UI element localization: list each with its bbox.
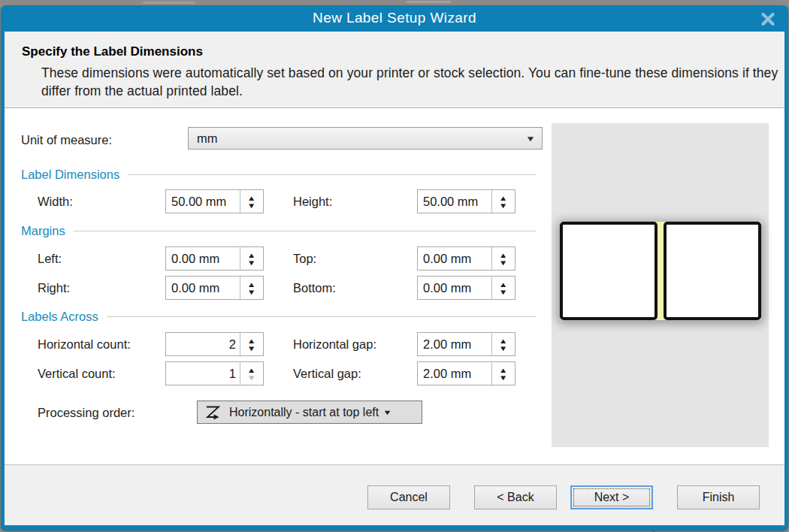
section-labels-across: Labels Across	[21, 308, 536, 325]
spin-up-icon[interactable]: ▲	[247, 282, 256, 287]
spin-down-icon[interactable]: ▼	[247, 260, 256, 265]
spin-down-icon[interactable]: ▼	[247, 289, 256, 295]
left-spinner[interactable]: 0.00 mm ▲▼	[165, 246, 264, 271]
vertical-count-spinner[interactable]: 1 ▲▼	[165, 361, 264, 385]
spin-up-icon[interactable]: ▲	[499, 252, 508, 258]
section-margins: Margins	[21, 222, 536, 239]
section-rule	[107, 316, 536, 317]
section-rule	[128, 174, 536, 175]
width-spinner[interactable]: 50.00 mm ▲▼	[165, 189, 264, 213]
bottom-spinner[interactable]: 0.00 mm ▲▼	[417, 276, 515, 300]
processing-order-label: Processing order:	[38, 404, 135, 421]
height-spinner[interactable]: 50.00 mm ▲▼	[417, 189, 515, 213]
horizontal-count-input[interactable]: 2	[166, 333, 240, 355]
spin-down-icon: ▼	[247, 375, 256, 380]
section-rule	[74, 231, 536, 231]
width-input[interactable]: 50.00 mm	[166, 190, 240, 213]
label-preview-2	[664, 222, 761, 320]
top-label: Top:	[293, 250, 316, 267]
spin-down-icon[interactable]: ▼	[247, 346, 256, 351]
horizontal-count-spinner[interactable]: 2 ▲▼	[165, 332, 264, 356]
close-button[interactable]	[758, 9, 778, 29]
footer: Cancel < Back Next > Finish	[5, 464, 784, 525]
left-input[interactable]: 0.00 mm	[166, 247, 240, 270]
section-label-dimensions: Label Dimensions	[21, 166, 536, 183]
unit-value: mm	[197, 131, 527, 146]
processing-order-dropdown[interactable]: Horizontally - start at top left ▼	[197, 401, 422, 424]
processing-order-value: Horizontally - start at top left	[229, 406, 379, 419]
label-backing	[560, 222, 761, 320]
background-app-detail	[406, 1, 451, 3]
back-button[interactable]: < Back	[474, 485, 557, 509]
step-title: Specify the Label Dimensions	[22, 44, 203, 59]
top-input[interactable]: 0.00 mm	[418, 247, 491, 270]
unit-of-measure-dropdown[interactable]: mm ▼	[188, 127, 543, 150]
spin-down-icon[interactable]: ▼	[499, 346, 508, 351]
vertical-count-label: Vertical count:	[38, 365, 116, 382]
spin-down-icon[interactable]: ▼	[499, 289, 508, 295]
top-spinner[interactable]: 0.00 mm ▲▼	[417, 246, 515, 271]
bottom-input[interactable]: 0.00 mm	[418, 277, 491, 299]
right-spinner[interactable]: 0.00 mm ▲▼	[165, 276, 264, 300]
spin-up-icon[interactable]: ▲	[499, 367, 508, 373]
right-input[interactable]: 0.00 mm	[166, 277, 240, 299]
horizontal-gap-spinner[interactable]: 2.00 mm ▲▼	[417, 332, 515, 356]
horizontal-gap-input[interactable]: 2.00 mm	[418, 333, 491, 355]
spin-down-icon[interactable]: ▼	[499, 260, 508, 265]
left-label: Left:	[38, 250, 62, 267]
spin-up-icon[interactable]: ▲	[247, 338, 256, 343]
next-button-focus: Next >	[573, 488, 650, 506]
height-label: Height:	[293, 193, 332, 210]
right-label: Right:	[38, 280, 70, 296]
bottom-label: Bottom:	[293, 280, 336, 296]
processing-order-icon	[204, 403, 222, 422]
spin-down-icon[interactable]: ▼	[499, 203, 508, 208]
unit-of-measure-label: Unit of measure:	[21, 131, 112, 148]
close-icon	[758, 9, 778, 29]
titlebar[interactable]: New Label Setup Wizard	[1, 5, 788, 32]
background-app-detail	[143, 2, 195, 4]
vertical-gap-spinner[interactable]: 2.00 mm ▲▼	[417, 361, 515, 385]
vertical-count-input[interactable]: 1	[166, 362, 240, 385]
dropdown-arrow-icon: ▼	[525, 135, 536, 143]
vertical-gap-input[interactable]: 2.00 mm	[418, 362, 491, 385]
new-label-setup-wizard-dialog: New Label Setup Wizard Specify the Label…	[1, 5, 788, 530]
spin-up-icon[interactable]: ▲	[247, 195, 256, 201]
spin-up-icon[interactable]: ▲	[247, 252, 256, 258]
dialog-title: New Label Setup Wizard	[1, 10, 788, 26]
spin-up-icon[interactable]: ▲	[499, 338, 508, 343]
spin-down-icon[interactable]: ▼	[499, 375, 508, 380]
wizard-header: Specify the Label Dimensions These dimen…	[5, 32, 784, 107]
spin-up-icon[interactable]: ▲	[247, 367, 256, 373]
content-area: Unit of measure: mm ▼ Label Dimensions W…	[5, 107, 784, 465]
next-button[interactable]: Next >	[570, 485, 653, 509]
finish-button[interactable]: Finish	[677, 485, 760, 509]
spin-up-icon[interactable]: ▲	[499, 282, 508, 287]
horizontal-gap-label: Horizontal gap:	[293, 336, 376, 352]
label-preview-1	[560, 222, 658, 320]
spin-up-icon[interactable]: ▲	[499, 195, 508, 201]
label-preview-panel	[552, 123, 769, 447]
width-label: Width:	[38, 193, 73, 210]
dropdown-arrow-icon: ▼	[382, 409, 391, 416]
spin-down-icon[interactable]: ▼	[247, 203, 256, 208]
cancel-button[interactable]: Cancel	[367, 485, 450, 509]
height-input[interactable]: 50.00 mm	[418, 190, 491, 213]
step-description: These dimensions were automatically set …	[41, 64, 778, 100]
vertical-gap-label: Vertical gap:	[293, 365, 361, 382]
horizontal-count-label: Horizontal count:	[38, 336, 131, 352]
